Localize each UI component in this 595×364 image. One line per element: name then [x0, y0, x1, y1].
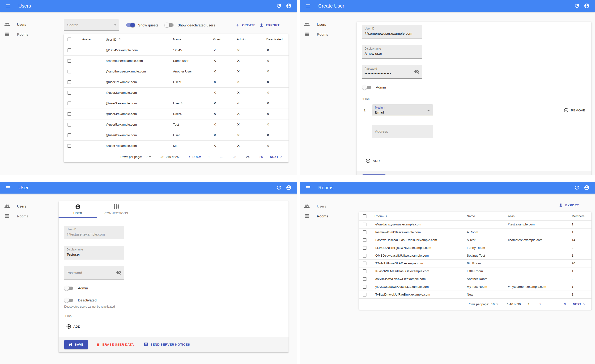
add-threepid-button[interactable]: ADD — [364, 157, 382, 165]
row-checkbox[interactable] — [68, 59, 71, 63]
row-checkbox[interactable] — [68, 133, 71, 137]
table-row[interactable]: !TyBasDmweIJdfFaeBmk:example.comNew1 — [359, 291, 591, 298]
tab-connections[interactable]: CONNECTIONS — [97, 201, 135, 218]
table-row[interactable]: @anotheruser:example.comAnother User✕✕✕ — [64, 66, 289, 77]
table-row[interactable]: !OMSDsdweassllUUjjwe:example.comSettings… — [359, 252, 591, 259]
refresh-icon[interactable] — [274, 1, 284, 11]
row-checkbox[interactable] — [363, 230, 367, 234]
visibility-off-icon[interactable] — [116, 270, 121, 276]
next-button[interactable]: NEXT — [573, 302, 586, 306]
menu-icon[interactable] — [3, 1, 13, 11]
sidebar-item-users[interactable]: Users — [300, 19, 356, 29]
sidebar-item-rooms[interactable]: Rooms — [300, 211, 357, 221]
row-checkbox[interactable] — [68, 80, 71, 84]
col-room-id[interactable]: Room-ID — [371, 212, 463, 220]
displayname-field[interactable]: Displayname A new user — [362, 45, 422, 59]
export-button[interactable]: EXPORT — [257, 21, 282, 29]
table-row[interactable]: !TTnIslkHHweOLAD:example.comBig Room20 — [359, 259, 591, 267]
add-threepid-button[interactable]: ADD — [64, 322, 82, 330]
sidebar-item-rooms[interactable]: Rooms — [0, 29, 58, 39]
page-link[interactable]: 25 — [260, 155, 263, 159]
table-row[interactable]: !asSBSlsdWEvaXwPk:example.comAnother Roo… — [359, 275, 591, 283]
prev-button[interactable]: PREV — [187, 155, 201, 159]
select-all-checkbox[interactable] — [68, 37, 71, 41]
password-field[interactable]: Password — [64, 266, 124, 280]
address-field[interactable]: Address — [372, 125, 433, 138]
row-checkbox[interactable] — [68, 91, 71, 95]
send-server-notices-button[interactable]: SEND SERVER NOTICES — [142, 341, 192, 348]
refresh-icon[interactable] — [572, 183, 582, 193]
account-icon[interactable] — [284, 183, 294, 193]
password-field[interactable]: Password •••••••••••••••••• — [362, 65, 422, 79]
displayname-field[interactable]: Displayname Testuser — [64, 246, 124, 259]
remove-threepid-button[interactable]: REMOVE — [562, 106, 587, 114]
tab-user[interactable]: USER — [58, 201, 97, 218]
sidebar-item-rooms[interactable]: Rooms — [0, 211, 57, 221]
deactivated-toggle[interactable]: Deactivated — [64, 298, 289, 302]
table-row[interactable]: @user3:example.comUser 3✕✓✕ — [64, 98, 289, 109]
row-checkbox[interactable] — [68, 112, 71, 116]
sidebar-item-users[interactable]: Users — [0, 201, 57, 211]
user-id-field[interactable]: User-ID @somenewuser:example.com — [362, 25, 422, 38]
rows-per-page-select[interactable]: 10 — [491, 301, 500, 307]
create-button[interactable]: CREATE — [234, 21, 257, 29]
page-link[interactable]: 2 — [539, 302, 541, 306]
show-guests-toggle[interactable]: Show guests — [125, 23, 158, 27]
table-row[interactable]: !LLIMSSNHrhRjsdWNXsd:example.comFunny Ro… — [359, 244, 591, 252]
search-input[interactable] — [67, 23, 114, 27]
save-button[interactable]: SAVE — [362, 175, 386, 175]
page-link[interactable]: 9 — [564, 302, 566, 306]
row-checkbox[interactable] — [363, 254, 367, 258]
table-row[interactable]: !KuasNWEMasdHasLOs:example.comLittle Roo… — [359, 267, 591, 275]
table-row[interactable]: @user1:example.comUser1✕✕✕ — [64, 77, 289, 87]
menu-icon[interactable] — [3, 183, 13, 193]
erase-user-data-button[interactable]: ERASE USER DATA — [94, 341, 136, 348]
table-row[interactable]: !lasmnwASmDllasi:example.comA Room1 — [359, 228, 591, 236]
admin-toggle[interactable]: Admin — [64, 286, 289, 290]
table-row[interactable]: @user6:example.comUser✕✕✕ — [64, 130, 289, 140]
row-checkbox[interactable] — [68, 144, 71, 148]
admin-toggle[interactable]: Admin — [362, 85, 591, 89]
sidebar-item-users[interactable]: Users — [300, 201, 357, 211]
row-checkbox[interactable] — [363, 277, 367, 281]
table-row[interactable]: @user5:example.comTest✕✕✕ — [64, 119, 289, 130]
medium-select[interactable]: Medium Email — [372, 104, 433, 116]
row-checkbox[interactable] — [363, 238, 367, 242]
refresh-icon[interactable] — [572, 1, 582, 11]
menu-icon[interactable] — [303, 183, 313, 193]
sidebar-item-rooms[interactable]: Rooms — [300, 29, 356, 39]
account-icon[interactable] — [582, 183, 592, 193]
table-row[interactable]: @user2:example.com✕✕✕ — [64, 87, 289, 98]
row-checkbox[interactable] — [363, 285, 367, 289]
table-row[interactable]: !eVasdacvxysewus:example.com#test:exampl… — [359, 220, 591, 228]
save-button[interactable]: SAVE — [64, 340, 88, 349]
search-field[interactable] — [64, 19, 119, 31]
table-row[interactable]: !ykAStwxasdwsKkxGILL:example.comMy Test … — [359, 283, 591, 291]
account-icon[interactable] — [284, 1, 294, 11]
page-link[interactable]: 1 — [208, 155, 210, 159]
visibility-off-icon[interactable] — [414, 69, 419, 75]
col-user-id[interactable]: User-ID — [102, 34, 169, 45]
row-checkbox[interactable] — [363, 223, 367, 226]
table-row[interactable]: @12345:example.com12345✓✕✕ — [64, 45, 289, 56]
row-checkbox[interactable] — [363, 246, 367, 250]
rows-per-page-select[interactable]: 10 — [144, 154, 153, 159]
table-row[interactable]: !FasdweDssccaGLdsFRddsOl:example.comA Te… — [359, 236, 591, 244]
row-checkbox[interactable] — [68, 48, 71, 52]
row-checkbox[interactable] — [68, 70, 71, 73]
menu-icon[interactable] — [303, 1, 313, 11]
show-deactivated-toggle[interactable]: Show deactivated users — [165, 23, 215, 27]
account-icon[interactable] — [582, 1, 592, 11]
select-all-checkbox[interactable] — [363, 214, 367, 218]
page-link[interactable]: 23 — [233, 155, 236, 159]
table-row[interactable]: @someuser:example.comSome user✕✕✕ — [64, 56, 289, 66]
row-checkbox[interactable] — [363, 293, 367, 296]
row-checkbox[interactable] — [68, 102, 71, 105]
export-button[interactable]: EXPORT — [557, 202, 581, 209]
refresh-icon[interactable] — [274, 183, 284, 193]
table-row[interactable]: @user7:example.comMe✕✕✕ — [64, 140, 289, 151]
row-checkbox[interactable] — [363, 269, 367, 273]
table-row[interactable]: @user4:example.comUser4✕✕✕ — [64, 109, 289, 119]
row-checkbox[interactable] — [68, 123, 71, 126]
row-checkbox[interactable] — [363, 262, 367, 265]
